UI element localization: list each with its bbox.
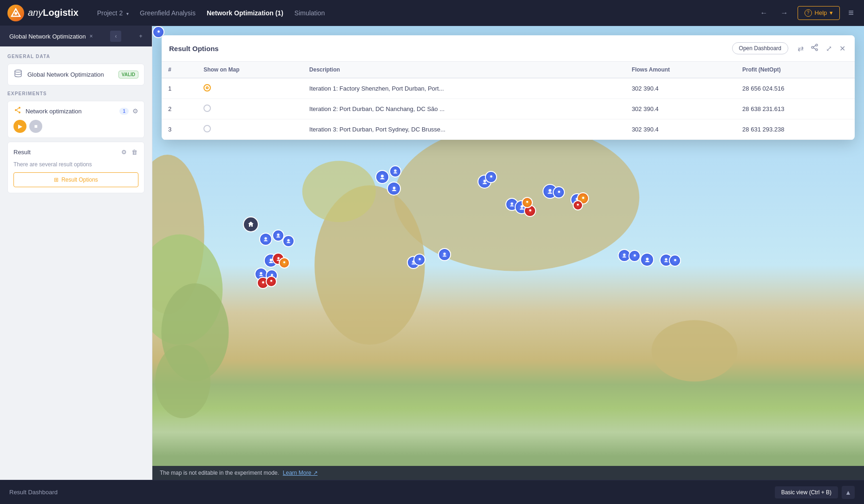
svg-point-48 (157, 30, 160, 33)
nav-simulation[interactable]: Simulation (295, 9, 325, 17)
table-row[interactable]: 3Iteration 3: Port Durban, Port Sydney, … (162, 119, 855, 140)
map-marker-africa-2[interactable] (413, 254, 425, 266)
row-radio-cell[interactable] (197, 78, 303, 99)
svg-line-6 (17, 108, 19, 110)
database-icon (13, 69, 23, 80)
nav-network-optimization[interactable]: Network Optimization (1) (207, 9, 283, 17)
bottom-bar: Result Dashboard Basic view (Ctrl + B) ▲ (0, 480, 864, 504)
col-hash: # (162, 62, 197, 78)
dialog-table-container: # Show on Map Description Flows Amount P… (162, 62, 855, 140)
svg-point-24 (260, 272, 262, 275)
svg-point-15 (155, 345, 210, 418)
svg-point-9 (152, 235, 223, 345)
project-dropdown-icon: ▾ (126, 11, 129, 16)
svg-point-30 (419, 258, 421, 260)
dialog-header: Result Options Open Dashboard ⇄ ⤢ ✕ (162, 35, 855, 62)
row-radio-button[interactable] (203, 125, 211, 132)
map-marker-3[interactable] (259, 233, 272, 246)
map-marker-12[interactable] (266, 276, 277, 287)
svg-point-3 (15, 109, 17, 111)
map-marker-8[interactable] (279, 257, 290, 268)
col-show-on-map: Show on Map (197, 62, 303, 78)
map-marker-india-4[interactable] (522, 197, 533, 208)
svg-point-10 (161, 283, 229, 381)
open-dashboard-button[interactable]: Open Dashboard (732, 42, 788, 54)
result-options-button[interactable]: ⊞ Result Options (13, 172, 138, 187)
table-row[interactable]: 1Iteration 1: Factory Shenzhen, Port Dur… (162, 78, 855, 99)
result-delete-button[interactable]: 🗑 (131, 148, 138, 157)
result-options-table: # Show on Map Description Flows Amount P… (162, 62, 855, 140)
sidebar-tab-close[interactable]: × (90, 33, 93, 39)
map-marker-ea-1[interactable] (438, 248, 451, 261)
svg-point-18 (264, 237, 267, 240)
table-row[interactable]: 2Iteration 2: Port Durban, DC Nanchang, … (162, 99, 855, 119)
learn-more-link[interactable]: Learn More ↗ (283, 470, 318, 476)
back-button[interactable]: ← (757, 6, 772, 20)
map-marker-sydney-2[interactable] (669, 255, 681, 267)
experiments-section: EXPERIMENTS Network optimiz (7, 91, 144, 138)
experiment-controls: ▶ ■ (13, 120, 138, 133)
map-marker-asia-2[interactable] (485, 171, 497, 183)
svg-point-5 (19, 111, 20, 113)
dialog-swap-button[interactable]: ⇄ (796, 42, 805, 55)
svg-point-12 (302, 161, 376, 222)
svg-point-46 (674, 259, 676, 261)
row-radio-cell[interactable] (197, 119, 303, 140)
sidebar: Global Network Optimization × ‹ + GENERA… (0, 26, 152, 504)
basic-view-button[interactable]: Basic view (Ctrl + B) (775, 486, 838, 498)
map-marker-aus-2[interactable] (628, 250, 641, 262)
result-info-text: There are several result options (13, 161, 138, 168)
result-settings-button[interactable]: ⚙ (120, 148, 128, 157)
experiment-stop-button[interactable]: ■ (29, 120, 42, 133)
map-marker-5[interactable] (282, 235, 295, 247)
map-marker-sea-3[interactable] (573, 200, 583, 210)
row-profit: 28 656 024.516 (736, 78, 855, 99)
svg-point-14 (652, 320, 738, 381)
help-button[interactable]: ? Help ▾ (798, 6, 840, 20)
svg-point-51 (812, 46, 813, 48)
experiment-settings-button[interactable]: ⚙ (132, 107, 138, 115)
row-num: 2 (162, 99, 197, 119)
map-info-text: The map is not editable in the experimen… (160, 470, 279, 476)
svg-point-23 (283, 261, 285, 263)
svg-point-17 (394, 170, 396, 172)
svg-line-53 (813, 48, 816, 49)
help-dropdown-icon: ▾ (830, 9, 833, 16)
row-radio-button[interactable] (203, 84, 211, 92)
nav-greenfield[interactable]: Greenfield Analysis (140, 9, 196, 17)
experiment-badge: 1 (119, 108, 129, 115)
svg-point-27 (270, 280, 272, 281)
experiment-row: Network optimization 1 ⚙ ▶ ■ (7, 101, 144, 138)
row-radio-button[interactable] (203, 105, 211, 112)
hamburger-menu-button[interactable]: ≡ (845, 5, 857, 21)
logo-icon (7, 5, 24, 21)
dialog-header-actions: ⇄ ⤢ ✕ (796, 42, 847, 55)
svg-line-52 (813, 46, 816, 47)
svg-point-16 (381, 175, 384, 177)
result-section: Result ⚙ 🗑 There are several result opti… (7, 142, 144, 193)
map-marker-2[interactable] (389, 165, 401, 177)
help-icon: ? (805, 9, 812, 17)
experiments-section-label: EXPERIMENTS (7, 91, 144, 96)
dialog-close-button[interactable]: ✕ (838, 42, 847, 55)
table-header-row: # Show on Map Description Flows Amount P… (162, 62, 855, 78)
map-marker-aus-3[interactable] (640, 253, 654, 267)
sidebar-collapse-button[interactable]: ‹ (110, 31, 121, 42)
forward-button[interactable]: → (777, 6, 792, 20)
logo: anyLogistix (7, 5, 79, 21)
collapse-panel-button[interactable]: ▲ (842, 486, 855, 499)
map-marker-1[interactable] (375, 170, 389, 184)
map-marker-house[interactable] (243, 216, 259, 232)
svg-line-7 (17, 111, 19, 112)
dialog-expand-button[interactable]: ⤢ (824, 42, 834, 55)
experiment-play-button[interactable]: ▶ (13, 120, 26, 133)
nav-project[interactable]: Project 2 ▾ (97, 9, 129, 17)
dialog-share-button[interactable] (809, 42, 820, 55)
row-num: 1 (162, 78, 197, 99)
experiment-icon (13, 106, 22, 116)
row-radio-cell[interactable] (197, 99, 303, 119)
main-layout: Global Network Optimization × ‹ + GENERA… (0, 26, 864, 504)
sidebar-add-button[interactable]: + (135, 31, 146, 42)
map-marker-africa-1[interactable] (387, 182, 401, 196)
map-marker-china-2[interactable] (553, 186, 565, 198)
